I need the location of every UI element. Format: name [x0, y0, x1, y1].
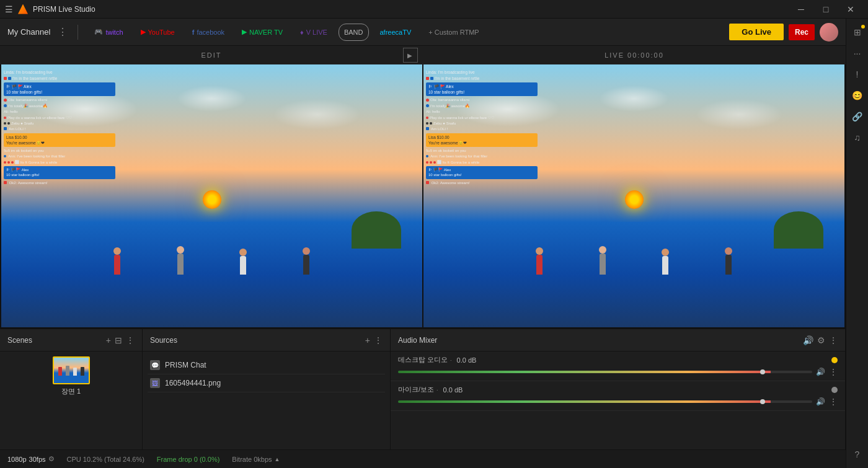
mic-audio-track: 마이크/보조 · 0.0 dB 🔊 ⋮: [391, 381, 845, 411]
platform-youtube-button[interactable]: ▶ YouTube: [135, 24, 181, 41]
scene-item[interactable]: 장면 1: [5, 356, 137, 396]
scenes-menu-button[interactable]: ⋮: [126, 335, 135, 345]
navertv-label: NAVER TV: [249, 29, 283, 36]
add-scene-button[interactable]: +: [106, 335, 111, 345]
sources-menu-button[interactable]: ⋮: [374, 335, 383, 345]
scene-island: [352, 211, 401, 249]
scenes-panel-actions: + ⊟ ⋮: [106, 335, 135, 345]
sidebar-help-button[interactable]: ?: [849, 446, 866, 463]
source-image-label: 1605494441.png: [165, 379, 221, 387]
scenes-panel-title: Scenes: [7, 336, 106, 345]
sidebar-emoji-button[interactable]: 😊: [849, 87, 866, 104]
preview-labels: EDIT ▶ LIVE 00:00:00: [0, 46, 846, 64]
minimize-button[interactable]: ─: [789, 0, 813, 19]
edit-label: EDIT ▶: [0, 46, 423, 64]
sidebar-layers-button[interactable]: ⊞: [849, 24, 866, 41]
desktop-audio-fader-row: 🔊 ⋮: [398, 367, 838, 377]
bitrate-label: Bitrate 0kbps: [232, 456, 272, 463]
close-button[interactable]: ✕: [838, 0, 863, 19]
toolbar-right: Go Live Rec: [729, 23, 838, 42]
user-avatar[interactable]: [820, 23, 838, 42]
titlebar-left: ☰ PRISM Live Studio: [5, 4, 95, 14]
edit-preview-bg: Linda: I'm broadcasting live I'm in the …: [1, 64, 422, 327]
desktop-audio-separator: ·: [450, 357, 452, 363]
add-source-button[interactable]: +: [365, 335, 370, 345]
maximize-button[interactable]: □: [813, 0, 838, 19]
source-prism-chat[interactable]: 💬 PRISM Chat: [148, 356, 385, 374]
sources-panel-title: Sources: [150, 336, 365, 345]
framedrop-status: Frame drop 0 (0.0%): [157, 456, 219, 463]
sidebar-link-button[interactable]: 🔗: [849, 108, 866, 125]
custom-rtmp-button[interactable]: + Custom RTMP: [422, 24, 485, 41]
question-icon: ?: [855, 449, 860, 459]
sidebar-badge-dot: [861, 25, 865, 29]
link-icon: 🔗: [852, 112, 862, 121]
audio-speaker-icon[interactable]: 🔊: [803, 335, 813, 345]
desktop-audio-fader[interactable]: [398, 371, 812, 373]
app-logo-icon: [18, 4, 28, 14]
audio-menu-button[interactable]: ⋮: [829, 335, 838, 345]
vlive-icon: ♦: [300, 29, 304, 36]
rec-button[interactable]: Rec: [789, 24, 815, 40]
audio-settings-button[interactable]: ⚙: [817, 335, 825, 345]
channel-menu-button[interactable]: ⋮: [58, 26, 68, 38]
desktop-audio-vol-icon[interactable]: 🔊: [816, 368, 825, 376]
cpu-label: CPU 10.2% (Total 24.6%): [67, 456, 144, 463]
app-body: My Channel ⋮ 🎮 twitch ▶ YouTube f facebo…: [0, 19, 868, 468]
live-scene-island: [774, 211, 823, 249]
platform-afreecatv-button[interactable]: afreecaTV: [374, 24, 418, 41]
chat-overlay: Linda: I'm broadcasting live I'm in the …: [4, 69, 115, 185]
source-image[interactable]: 🖼 1605494441.png: [148, 374, 385, 392]
desktop-audio-track: 데스크탑 오디오 · 0.0 dB 🔊 ⋮: [391, 351, 845, 381]
sidebar-dots-button[interactable]: ···: [849, 45, 866, 62]
scenes-panel-header: Scenes + ⊟ ⋮: [0, 329, 142, 351]
figure-1: [112, 247, 123, 275]
live-chat-overlay: Linda: I'm broadcasting live I'm in the …: [426, 69, 538, 185]
framedrop-label: Frame drop 0 (0.0%): [157, 456, 219, 463]
mic-audio-options[interactable]: ⋮: [829, 397, 838, 407]
mic-fader-thumb[interactable]: [760, 399, 765, 404]
layers-icon: ⊞: [854, 27, 861, 37]
music-icon: ♫: [854, 133, 861, 143]
desktop-audio-header: 데스크탑 오디오 · 0.0 dB: [398, 355, 838, 364]
twitch-icon: 🎮: [94, 28, 103, 36]
sidebar-music-button[interactable]: ♫: [849, 129, 866, 146]
resolution-status: 1080p 30fps ⚙: [7, 455, 55, 463]
platform-navertv-button[interactable]: ▶ NAVER TV: [236, 24, 289, 41]
platform-twitch-button[interactable]: 🎮 twitch: [88, 24, 129, 41]
settings-gear-icon[interactable]: ⚙: [48, 455, 55, 463]
resolution-value: 1080p: [7, 456, 27, 463]
desktop-audio-options[interactable]: ⋮: [829, 367, 838, 377]
custom-rtmp-label: + Custom RTMP: [428, 29, 479, 36]
go-live-button[interactable]: Go Live: [729, 24, 784, 40]
scene-thumbnail[interactable]: [53, 356, 90, 384]
source-prism-chat-label: PRISM Chat: [165, 361, 206, 369]
live-figure-4: [723, 247, 734, 275]
toolbar: My Channel ⋮ 🎮 twitch ▶ YouTube f facebo…: [0, 19, 846, 46]
youtube-label: YouTube: [148, 29, 175, 36]
mic-audio-fader[interactable]: [398, 400, 812, 403]
platform-band-button[interactable]: BAND: [339, 24, 369, 41]
hamburger-icon[interactable]: ☰: [5, 4, 13, 14]
transition-arrow-button[interactable]: ▶: [403, 48, 418, 63]
platform-facebook-button[interactable]: f facebook: [186, 24, 231, 41]
scenes-filter-button[interactable]: ⊟: [115, 335, 122, 345]
preview-area: EDIT ▶ LIVE 00:00:00: [0, 46, 846, 329]
desktop-fader-thumb[interactable]: [760, 369, 765, 374]
mic-audio-vol: 0.0 dB: [443, 386, 463, 394]
sources-panel-actions: + ⋮: [365, 335, 383, 345]
bitrate-status: Bitrate 0kbps ▲: [232, 456, 280, 463]
platform-vlive-button[interactable]: ♦ V LIVE: [294, 24, 334, 41]
window-controls: ─ □ ✕: [789, 0, 863, 19]
mic-audio-vol-icon[interactable]: 🔊: [816, 397, 825, 406]
sources-panel-header: Sources + ⋮: [143, 329, 390, 351]
figure-3: [237, 249, 249, 275]
audio-panel-header: Audio Mixer 🔊 ⚙ ⋮: [391, 329, 845, 351]
band-label: BAND: [344, 29, 363, 36]
toolbar-divider: [78, 25, 78, 40]
afreecatv-label: afreecaTV: [380, 29, 412, 36]
sidebar-alert-button[interactable]: !: [849, 66, 866, 83]
scene-name: 장면 1: [61, 387, 81, 396]
fps-value: 30fps: [29, 456, 46, 463]
sources-panel-content: 💬 PRISM Chat 🖼 1605494441.png: [143, 351, 390, 449]
